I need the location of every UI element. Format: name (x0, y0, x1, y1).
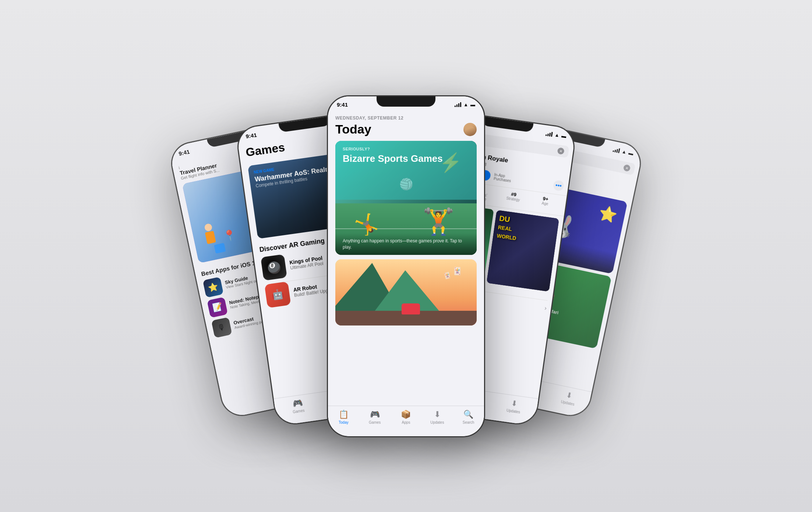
search-nav-icon-c: 🔍 (464, 410, 473, 419)
nav-updates-fr[interactable]: ⬇ Updates (547, 386, 591, 409)
nav-updates-center[interactable]: ⬇ Updates (421, 410, 453, 424)
time-center: 9:41 (337, 101, 348, 107)
phone-center-screen: 9:41 ▲ ▬ WEDNESDAY, SEPTEMBER (328, 96, 484, 436)
bizarre-sports-card[interactable]: 🏋 🤸 🏐 ⚡ SERIOUSLY? Bizarre Sports Games (335, 141, 477, 255)
chevron-icon: › (544, 305, 547, 312)
avatar-face (465, 125, 475, 136)
clash-in-app: In-AppPurchases (493, 173, 512, 183)
fr4 (618, 148, 620, 153)
today-icon-shape: 📋 (339, 410, 349, 419)
search-clear-fr[interactable]: ✕ (623, 164, 631, 172)
games-icon-c: 🎮 (370, 410, 380, 419)
nav-games-center[interactable]: 🎮 Games (359, 410, 391, 424)
wifi-right: ▲ (554, 132, 560, 138)
overcast-icon: 🎙 (211, 317, 232, 338)
signal-right (546, 131, 553, 136)
today-date: WEDNESDAY, SEPTEMBER 12 (335, 115, 477, 121)
clash-more-button[interactable]: ••• (553, 180, 565, 192)
battery-far-right: ▬ (628, 150, 634, 156)
phone-center: 9:41 ▲ ▬ WEDNESDAY, SEPTEMBER (327, 95, 485, 437)
fr2 (614, 149, 616, 152)
star-decoration: ⭐ (597, 204, 619, 224)
signal-center (455, 102, 461, 107)
updates-nav-label-c: Updates (430, 420, 444, 424)
second-card[interactable]: 🃏 🃏 (335, 259, 477, 326)
car (402, 303, 420, 314)
mountain-scene: 🃏 🃏 (335, 259, 477, 326)
games-icon-shape: 🎮 (292, 398, 303, 409)
du-real-world-text: DUREALWORLD (497, 214, 519, 242)
sb3 (458, 103, 459, 107)
fr1 (613, 150, 614, 152)
status-icons-right: ▲ ▬ (546, 131, 566, 139)
robot-icon: 🤖 (264, 281, 291, 308)
updates-nav-icon-c: ⬇ (433, 410, 442, 419)
sb2 (456, 104, 458, 107)
screenshot2-bg (487, 210, 559, 292)
sb4 (460, 102, 461, 107)
nav-search-center[interactable]: 🔍 Search (453, 410, 484, 424)
signal-far-right (613, 147, 620, 153)
card-text: SERIOUSLY? Bizarre Sports Games (335, 141, 477, 170)
updates-nav-icon-fr: ⬇ (564, 390, 575, 401)
updates-shape-right: ⬇ (511, 399, 518, 408)
nav-apps-center[interactable]: 📦 Apps (391, 410, 422, 424)
flying-card-1: 🃏 (453, 267, 462, 275)
player-figure-2: 🤸 (354, 213, 379, 237)
battery-right: ▬ (561, 133, 566, 139)
apps-nav-label-c: Apps (402, 420, 410, 424)
today-nav-label: Today (339, 420, 349, 424)
r2 (547, 134, 549, 136)
updates-icon-right: ⬇ (509, 398, 520, 409)
status-icons-far-right: ▲ ▬ (612, 147, 634, 156)
updates-icon-fr: ⬇ (565, 390, 573, 400)
center-bottom-nav: 📋 Today 🎮 Games 📦 Apps (328, 406, 484, 436)
search-icon-c: 🔍 (463, 410, 473, 419)
time-left: 9:41 (245, 132, 257, 139)
pool-icon: 🎱 (261, 254, 287, 281)
time-far-left: 9:41 (178, 148, 190, 157)
sky-guide-icon: ⭐ (203, 277, 224, 298)
apps-icon-c: 📦 (401, 410, 411, 419)
r1 (546, 134, 547, 136)
notch-center (377, 96, 435, 107)
ranking-item: #9 Strategy (496, 189, 530, 207)
card-desc: Anything can happen in sports—these game… (343, 238, 469, 250)
nav-games[interactable]: 🎮 Games (274, 395, 322, 416)
card-footer: Anything can happen in sports—these game… (335, 234, 477, 255)
player-figure-1: 🏋 (423, 206, 455, 237)
apps-nav-icon-c: 📦 (401, 410, 411, 419)
search-nav-label-c: Search (463, 420, 474, 424)
sb1 (455, 105, 456, 107)
noted-icon: 📝 (207, 297, 228, 318)
battery-center: ▬ (470, 102, 475, 107)
games-nav-icon: 🎮 (292, 398, 303, 409)
today-title: Today (335, 122, 371, 136)
today-nav-icon: 📋 (339, 410, 348, 419)
traveler-head (204, 223, 213, 232)
nav-updates-right[interactable]: ⬇ Updates (490, 395, 538, 416)
games-nav-label-c: Games (369, 420, 381, 424)
traveler-body (205, 231, 216, 244)
user-avatar[interactable] (463, 122, 477, 136)
games-nav-icon-c: 🎮 (370, 410, 379, 419)
updates-icon-c: ⬇ (434, 410, 441, 419)
age-item: 9+ Age (528, 194, 562, 212)
screenshot-2[interactable]: DUREALWORLD ▶ (487, 210, 559, 292)
search-clear-right[interactable]: ✕ (557, 147, 564, 154)
updates-label-right: Updates (506, 408, 520, 414)
avatar-image (463, 122, 477, 136)
wifi-far-right: ▲ (621, 149, 627, 155)
r4 (551, 132, 553, 136)
card-eyebrow: SERIOUSLY? (343, 147, 469, 151)
games-nav-label: Games (293, 408, 305, 414)
nav-today[interactable]: 📋 Today (328, 410, 359, 424)
today-screen: 9:41 ▲ ▬ WEDNESDAY, SEPTEMBER (328, 96, 484, 436)
wifi-center: ▲ (463, 102, 468, 107)
phones-container: 9:41 ▲ ▬ i Travel Pl (0, 0, 812, 512)
r3 (549, 132, 551, 136)
status-icons-center: ▲ ▬ (455, 102, 475, 107)
today-title-row: Today (335, 122, 477, 136)
card-headline: Bizarre Sports Games (343, 153, 469, 164)
